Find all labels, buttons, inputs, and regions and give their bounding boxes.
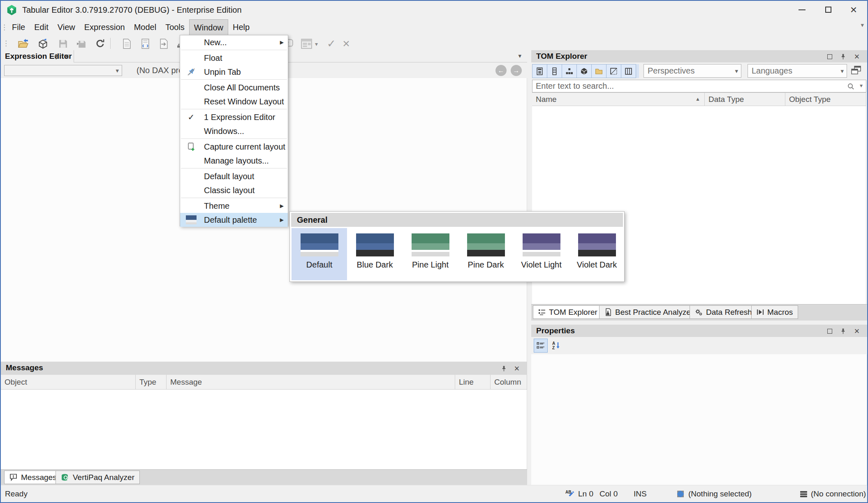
- messages-title: Messages: [6, 362, 43, 374]
- tab-vertipaq-analyzer[interactable]: VertiPaq Analyzer: [56, 471, 140, 484]
- column-header-column[interactable]: Column: [491, 375, 527, 389]
- show-folders-toggle[interactable]: [591, 64, 606, 78]
- palette-option-pine-dark[interactable]: Pine Dark: [458, 228, 514, 280]
- sort-ascending-icon: ▲: [695, 93, 700, 106]
- close-icon[interactable]: ×: [62, 53, 71, 60]
- show-columns-toggle[interactable]: [547, 64, 562, 78]
- menu-window[interactable]: Window: [189, 19, 228, 36]
- menu-item-close-all-documents[interactable]: Close All Documents: [180, 81, 288, 95]
- show-measures-toggle[interactable]: [532, 64, 547, 78]
- open-from-model-button[interactable]: [36, 37, 49, 50]
- tom-bottom-tabs: TOM Explorer Best Practice Analyzer Data…: [531, 304, 867, 321]
- palette-option-blue-dark[interactable]: Blue Dark: [347, 228, 403, 280]
- menu-item-unpin-tab[interactable]: Unpin Tab: [180, 65, 288, 79]
- menu-file[interactable]: File: [7, 19, 30, 36]
- menu-item-classic-layout[interactable]: Classic layout: [180, 183, 288, 197]
- menu-help[interactable]: Help: [228, 19, 254, 36]
- messages-column-headers: Object Type Message Line Column: [1, 375, 527, 390]
- menu-tools[interactable]: Tools: [161, 19, 189, 36]
- maximize-pane-icon[interactable]: [825, 53, 834, 60]
- menu-expression[interactable]: Expression: [80, 19, 130, 36]
- pin-icon[interactable]: [499, 365, 508, 372]
- menu-view[interactable]: View: [53, 19, 80, 36]
- show-hierarchies-toggle[interactable]: [562, 64, 577, 78]
- cancel-icon: ×: [343, 37, 350, 50]
- pin-icon[interactable]: [51, 53, 60, 60]
- script-document-button[interactable]: [139, 37, 152, 50]
- show-display-columns-toggle[interactable]: [621, 64, 636, 78]
- messages-list[interactable]: [1, 390, 527, 469]
- close-button[interactable]: ×: [841, 1, 866, 18]
- save-to-folder-button[interactable]: [75, 37, 88, 50]
- close-icon[interactable]: ×: [852, 328, 861, 335]
- new-document-button[interactable]: [120, 37, 133, 50]
- menu-item-windows[interactable]: Windows...: [180, 124, 288, 138]
- menu-item-1-expression-editor[interactable]: ✓ 1 Expression Editor: [180, 110, 288, 124]
- menu-item-manage-layouts[interactable]: Manage layouts...: [180, 154, 288, 168]
- languages-dropdown[interactable]: Languages ▾: [748, 64, 847, 78]
- apply-button[interactable]: ✓: [325, 37, 338, 50]
- save-layout-button[interactable]: [300, 37, 313, 50]
- cascade-windows-icon[interactable]: [851, 66, 861, 75]
- unpin-icon: [186, 67, 197, 77]
- palette-option-violet-light[interactable]: Violet Light: [514, 228, 569, 280]
- menu-edit[interactable]: Edit: [30, 19, 53, 36]
- pin-icon[interactable]: [838, 53, 847, 60]
- tom-search-box[interactable]: Enter text to search... ▾: [532, 80, 866, 92]
- open-file-button[interactable]: [16, 37, 30, 50]
- tab-macros[interactable]: Macros: [751, 305, 798, 319]
- message-bubble-icon: [9, 473, 18, 481]
- menu-item-default-layout[interactable]: Default layout: [180, 169, 288, 183]
- navigate-forward-button[interactable]: →: [511, 65, 522, 76]
- column-header-name[interactable]: Name ▲: [532, 93, 705, 106]
- dax-object-dropdown[interactable]: ▾: [4, 65, 122, 76]
- sort-alphabetical-button[interactable]: AZ: [549, 339, 563, 353]
- column-header-type[interactable]: Type: [136, 375, 167, 389]
- menu-item-default-palette[interactable]: Default palette ▶: [180, 213, 288, 227]
- column-header-object[interactable]: Object: [1, 375, 136, 389]
- column-header-line[interactable]: Line: [455, 375, 491, 389]
- menu-item-reset-window-layout[interactable]: Reset Window Layout: [180, 95, 288, 108]
- refresh-button[interactable]: [94, 37, 107, 50]
- maximize-pane-icon[interactable]: [825, 328, 834, 335]
- pin-icon[interactable]: [838, 328, 847, 335]
- menu-separator: [181, 50, 287, 50]
- palette-option-default[interactable]: Default: [292, 228, 347, 280]
- minimize-button[interactable]: [789, 1, 815, 18]
- menu-item-theme[interactable]: Theme ▶: [180, 199, 288, 213]
- tab-data-refresh[interactable]: Data Refresh: [690, 305, 757, 319]
- menubar-overflow-icon[interactable]: ▾: [861, 21, 864, 29]
- close-icon[interactable]: ×: [852, 53, 861, 60]
- title-bar: Tabular Editor 3.0.7919.27070 (DEBUG) - …: [1, 1, 867, 19]
- close-icon[interactable]: ×: [512, 365, 521, 372]
- tab-best-practice-analyzer[interactable]: Best Practice Analyzer: [599, 305, 699, 319]
- tab-tom-explorer[interactable]: TOM Explorer: [533, 305, 603, 319]
- navigate-back-button[interactable]: ←: [495, 65, 507, 76]
- save-button[interactable]: [56, 37, 69, 50]
- menu-model[interactable]: Model: [130, 19, 161, 36]
- pane-dropdown-icon[interactable]: ▾: [518, 52, 521, 60]
- column-header-data-type[interactable]: Data Type: [705, 93, 785, 106]
- palette-option-pine-light[interactable]: Pine Light: [403, 228, 458, 280]
- show-partitions-toggle[interactable]: [576, 64, 592, 78]
- tab-expression-editor[interactable]: Expression Editor ×: [1, 50, 74, 62]
- tom-explorer-title: TOM Explorer: [536, 50, 587, 62]
- menu-item-capture-current-layout[interactable]: Capture current layout: [180, 140, 288, 154]
- save-layout-dropdown-icon[interactable]: ▾: [315, 41, 318, 47]
- perspectives-dropdown[interactable]: Perspectives ▾: [643, 64, 741, 78]
- menu-item-float[interactable]: Float: [180, 51, 288, 65]
- column-header-message[interactable]: Message: [167, 375, 455, 389]
- search-options-dropdown-icon[interactable]: ▾: [860, 82, 863, 89]
- search-icon[interactable]: [847, 83, 854, 90]
- categorized-view-button[interactable]: [534, 339, 548, 353]
- menu-item-new[interactable]: New... ▶: [180, 35, 288, 49]
- tab-messages[interactable]: Messages: [4, 471, 62, 484]
- show-hidden-toggle[interactable]: [606, 64, 621, 78]
- column-header-object-type[interactable]: Object Type: [785, 93, 866, 106]
- palette-option-violet-dark[interactable]: Violet Dark: [569, 228, 625, 280]
- status-insert-mode[interactable]: INS: [634, 485, 647, 503]
- export-document-button[interactable]: [157, 37, 170, 50]
- maximize-button[interactable]: [815, 1, 841, 18]
- cancel-button[interactable]: ×: [340, 37, 353, 50]
- properties-grid[interactable]: [531, 354, 867, 485]
